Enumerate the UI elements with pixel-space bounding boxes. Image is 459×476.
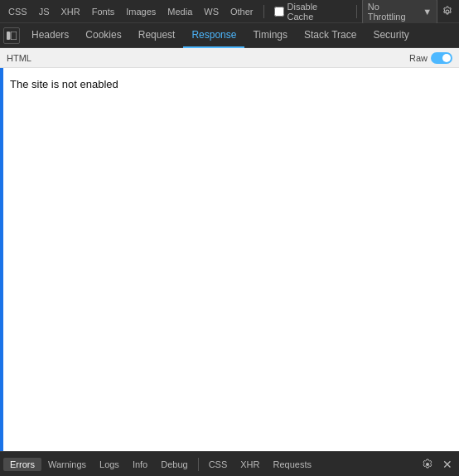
tab-headers[interactable]: Headers — [23, 23, 77, 48]
close-icon: ✕ — [442, 458, 452, 471]
svg-rect-0 — [7, 32, 10, 40]
console-tab-xhr[interactable]: XHR — [234, 458, 266, 471]
console-tab-warnings[interactable]: Warnings — [41, 458, 93, 471]
throttling-button[interactable]: No Throttling ▼ — [362, 0, 437, 24]
raw-toggle[interactable]: Raw — [409, 52, 452, 64]
console-bar: Errors Warnings Logs Info Debug CSS XHR … — [0, 451, 459, 476]
filter-other[interactable]: Other — [225, 5, 258, 18]
chevron-down-icon: ▼ — [423, 7, 432, 17]
format-label: HTML — [7, 53, 31, 63]
gear-icon — [422, 459, 433, 470]
console-close-button[interactable]: ✕ — [439, 456, 456, 473]
format-bar: HTML Raw — [0, 48, 459, 68]
settings-button[interactable] — [439, 3, 456, 20]
console-tab-debug[interactable]: Debug — [154, 458, 194, 471]
disable-cache-toggle[interactable]: Disable Cache — [269, 0, 351, 23]
tab-request[interactable]: Request — [130, 23, 184, 48]
sub-nav: Headers Cookies Request Response Timings… — [0, 23, 459, 48]
sidebar-toggle-button[interactable] — [3, 27, 20, 44]
svg-rect-1 — [11, 32, 17, 40]
gear-icon — [442, 6, 453, 17]
response-content: The site is not enabled — [0, 68, 459, 451]
accent-bar — [0, 68, 3, 451]
filter-images[interactable]: Images — [121, 5, 161, 18]
console-settings-button[interactable] — [419, 456, 436, 473]
svg-point-2 — [426, 463, 429, 466]
console-icons: ✕ — [419, 456, 456, 473]
console-tab-errors[interactable]: Errors — [3, 458, 41, 471]
content-wrapper: HTML Raw The site is not enabled — [0, 48, 459, 476]
throttling-label: No Throttling — [368, 2, 419, 22]
response-text: The site is not enabled — [10, 78, 118, 90]
divider — [263, 5, 264, 18]
filter-xhr[interactable]: XHR — [56, 5, 85, 18]
panel-icon — [7, 32, 17, 40]
filter-css[interactable]: CSS — [3, 5, 32, 18]
filter-bar: CSS JS XHR Fonts Images Media WS Other D… — [0, 0, 459, 23]
disable-cache-label: Disable Cache — [287, 2, 346, 22]
tab-security[interactable]: Security — [365, 23, 417, 48]
disable-cache-checkbox[interactable] — [274, 7, 284, 17]
tab-timings[interactable]: Timings — [244, 23, 296, 48]
filter-fonts[interactable]: Fonts — [87, 5, 120, 18]
raw-label: Raw — [409, 53, 428, 63]
tab-response[interactable]: Response — [183, 23, 244, 48]
console-tab-logs[interactable]: Logs — [93, 458, 126, 471]
filter-media[interactable]: Media — [162, 5, 197, 18]
divider2 — [356, 5, 357, 18]
raw-toggle-switch[interactable] — [431, 52, 452, 64]
filter-js[interactable]: JS — [34, 5, 55, 18]
filter-ws[interactable]: WS — [199, 5, 224, 18]
console-tab-info[interactable]: Info — [126, 458, 154, 471]
tab-stack-trace[interactable]: Stack Trace — [296, 23, 365, 48]
console-tab-css[interactable]: CSS — [202, 458, 234, 471]
console-divider — [198, 458, 199, 471]
devtools-window: CSS JS XHR Fonts Images Media WS Other D… — [0, 0, 459, 476]
console-tab-requests[interactable]: Requests — [267, 458, 318, 471]
tab-cookies[interactable]: Cookies — [77, 23, 129, 48]
